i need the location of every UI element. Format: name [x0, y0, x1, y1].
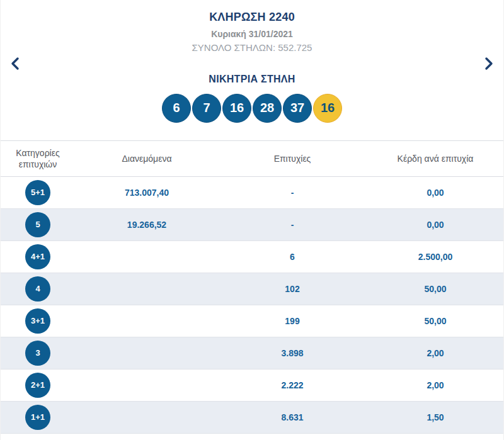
previous-draw-button[interactable] [7, 55, 23, 72]
results-table: Κατηγορίες επιτυχιώνΔιανεμόμεναΕπιτυχίες… [1, 140, 503, 434]
prize-cell: 0,00 [366, 220, 504, 230]
draw-header: ΚΛΗΡΩΣΗ 2240 Κυριακή 31/01/2021 ΣΥΝΟΛΟ Σ… [1, 0, 503, 53]
category-badge: 1+1 [25, 405, 50, 430]
prize-cell: 0,00 [366, 188, 504, 198]
table-row: 3+119950,00 [1, 305, 503, 337]
draw-date: Κυριακή 31/01/2021 [1, 29, 503, 39]
prize-cell: 2,00 [366, 380, 504, 390]
winning-number-ball: 6 [162, 94, 191, 123]
joker-number-ball: 16 [313, 94, 342, 123]
winning-column-title: ΝΙΚΗΤΡΙΑ ΣΤΗΛΗ [1, 74, 503, 85]
table-header-row: Κατηγορίες επιτυχιώνΔιανεμόμεναΕπιτυχίες… [1, 141, 503, 177]
prize-cell: 1,50 [366, 412, 504, 422]
dividend-cell: 713.007,40 [75, 188, 219, 198]
winning-column-section: ΝΙΚΗΤΡΙΑ ΣΤΗΛΗ 6716283716 [1, 74, 503, 123]
winners-cell: 3.898 [219, 348, 366, 358]
column-header: Διανεμόμενα [75, 153, 219, 164]
winners-cell: 199 [219, 316, 366, 326]
table-row: 410250,00 [1, 273, 503, 305]
column-header: Κατηγορίες επιτυχιών [1, 147, 75, 170]
draw-results-page: ΚΛΗΡΩΣΗ 2240 Κυριακή 31/01/2021 ΣΥΝΟΛΟ Σ… [0, 0, 504, 440]
category-badge: 4 [25, 276, 50, 302]
winners-cell: 8.631 [219, 412, 366, 422]
winning-number-ball: 28 [253, 94, 282, 123]
table-row: 5+1713.007,40-0,00 [1, 177, 503, 209]
table-row: 1+18.6311,50 [1, 402, 503, 434]
column-header: Κέρδη ανά επιτυχία [366, 153, 504, 164]
winning-numbers: 6716283716 [1, 94, 503, 123]
winners-cell: 102 [219, 284, 366, 294]
category-badge: 2+1 [25, 373, 50, 398]
total-columns: ΣΥΝΟΛΟ ΣΤΗΛΩΝ: 552.725 [1, 42, 503, 53]
winners-cell: 6 [219, 252, 366, 262]
table-row: 4+162.500,00 [1, 241, 503, 273]
chevron-left-icon [11, 57, 20, 71]
chevron-right-icon [484, 57, 493, 71]
prize-cell: 2.500,00 [366, 252, 504, 262]
category-badge: 5 [25, 212, 50, 237]
category-badge: 5+1 [25, 180, 50, 205]
category-badge: 3+1 [25, 308, 50, 334]
table-row: 33.8982,00 [1, 337, 503, 369]
next-draw-button[interactable] [481, 55, 497, 72]
table-body: 5+1713.007,40-0,00519.266,52-0,004+162.5… [1, 177, 503, 434]
table-row: 2+12.2222,00 [1, 369, 503, 402]
draw-title: ΚΛΗΡΩΣΗ 2240 [1, 11, 503, 24]
winners-cell: 2.222 [219, 380, 366, 390]
winners-cell: - [219, 220, 366, 230]
category-badge: 3 [25, 341, 50, 366]
winning-number-ball: 7 [192, 94, 221, 123]
category-badge: 4+1 [25, 244, 50, 269]
winning-number-ball: 16 [222, 94, 251, 123]
column-header: Επιτυχίες [219, 153, 366, 164]
dividend-cell: 19.266,52 [75, 220, 219, 230]
prize-cell: 50,00 [366, 284, 504, 294]
prize-cell: 50,00 [366, 316, 504, 326]
table-row: 519.266,52-0,00 [1, 209, 503, 241]
winners-cell: - [219, 188, 366, 198]
prize-cell: 2,00 [366, 348, 504, 358]
winning-number-ball: 37 [283, 94, 312, 123]
